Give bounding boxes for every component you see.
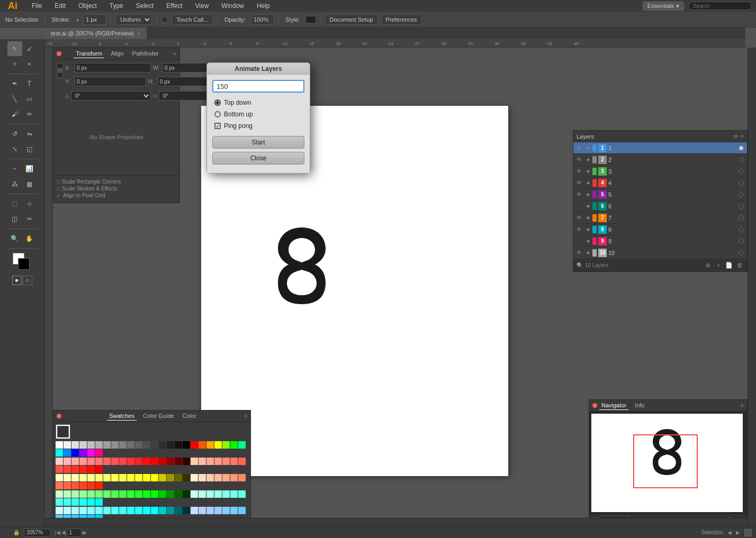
swatch-item-58[interactable] [87,466,95,473]
swatch-item-55[interactable] [64,466,71,473]
swatch-item-50[interactable] [214,458,222,465]
opacity-input[interactable] [251,14,274,25]
type-tool[interactable]: T [22,76,37,91]
swatch-item-60[interactable] [56,474,63,481]
scale-corners-checkbox[interactable]: □ [57,179,60,185]
search-input[interactable] [688,2,752,10]
swatch-item-133[interactable] [159,507,166,514]
rotate-tool[interactable]: ↺ [7,126,22,141]
y-input[interactable] [75,77,146,86]
swatch-item-82[interactable] [230,474,238,481]
swatch-item-2[interactable] [71,441,79,449]
swatch-item-142[interactable] [230,507,238,514]
swatch-item-88[interactable] [87,482,95,489]
swatch-item-43[interactable] [159,458,166,465]
layers-expand-btn[interactable]: ≫ [733,133,739,139]
swatch-item-4[interactable] [87,441,95,449]
swatch-item-93[interactable] [79,490,87,498]
slice-tool[interactable]: ⊹ [22,196,37,211]
swatch-item-24[interactable] [56,449,63,457]
swatch-item-39[interactable] [127,458,134,465]
swatch-black[interactable] [57,426,69,437]
swatch-item-11[interactable] [143,441,150,449]
rotation-select[interactable]: 0° [71,91,151,101]
swatch-item-42[interactable] [151,458,158,465]
swatch-item-21[interactable] [222,441,230,449]
menu-select[interactable]: Select [134,1,156,11]
preferences-button[interactable]: Preferences [381,14,422,25]
eraser-tool[interactable]: ◫ [7,212,22,226]
tab-test-ai[interactable]: test.ai @ 2057% (RGB/Preview) × [44,28,147,39]
swatch-item-122[interactable] [71,507,79,514]
swatch-item-128[interactable] [119,507,127,514]
swatch-item-30[interactable] [56,458,63,465]
swatch-item-49[interactable] [206,458,214,465]
tab-navigator[interactable]: Navigator [599,401,628,410]
navigator-menu-btn[interactable]: ≡ [741,403,744,408]
swatch-item-44[interactable] [167,458,174,465]
swatch-item-131[interactable] [143,507,150,514]
swatch-item-80[interactable] [214,474,222,481]
menu-edit[interactable]: Edit [52,1,68,11]
rect-tool[interactable]: ▭ [22,92,37,106]
layer-arrow-1[interactable]: ▶ [585,145,592,150]
menu-object[interactable]: Object [76,1,99,11]
swatch-item-105[interactable] [175,490,182,498]
swatch-item-101[interactable] [143,490,150,498]
swatch-item-38[interactable] [119,458,127,465]
layer-row-7[interactable]: 👁▶77 [573,212,747,224]
swatch-item-40[interactable] [135,458,142,465]
style-swatch[interactable] [305,16,316,23]
swatch-item-107[interactable] [191,490,198,498]
swatch-item-18[interactable] [199,441,206,449]
status-nav-next[interactable]: ▶ [736,530,740,535]
swatch-item-95[interactable] [95,490,103,498]
delete-layer-btn[interactable]: 🗑 [735,261,744,269]
essentials-button[interactable]: Essentials ▾ [643,2,684,11]
scissors-tool[interactable]: ✂ [22,212,37,226]
swatch-item-113[interactable] [238,490,246,498]
tab-info[interactable]: Info [633,401,646,410]
layer-eye-8[interactable]: 👁 [573,226,585,232]
swatch-item-68[interactable] [119,474,127,481]
scrollbar-horizontal[interactable] [44,518,748,526]
swatch-item-75[interactable] [175,474,182,481]
swatch-item-79[interactable] [206,474,214,481]
scale-strokes-checkbox[interactable]: □ [57,186,60,192]
radio-top-down[interactable] [214,99,221,106]
swatch-item-27[interactable] [79,449,87,457]
swatch-item-20[interactable] [214,441,222,449]
swatch-item-9[interactable] [127,441,134,449]
swatch-item-81[interactable] [222,474,230,481]
swatch-item-65[interactable] [95,474,103,481]
swatch-item-35[interactable] [95,458,103,465]
swatch-item-140[interactable] [214,507,222,514]
swatch-item-100[interactable] [135,490,142,498]
swatch-item-16[interactable] [183,441,190,449]
scale-tool[interactable]: ⤡ [7,142,22,157]
swatch-item-12[interactable] [151,441,158,449]
swatch-item-97[interactable] [111,490,119,498]
swatch-item-117[interactable] [79,498,87,506]
layer-vis-7[interactable] [735,215,747,221]
swatch-item-119[interactable] [95,498,103,506]
swatch-item-109[interactable] [206,490,214,498]
layer-vis-9[interactable] [735,239,747,244]
swatch-item-129[interactable] [127,507,134,514]
new-layer-btn[interactable]: 📄 [725,261,733,269]
document-setup-button[interactable]: Document Setup [325,14,378,25]
swatch-item-77[interactable] [191,474,198,481]
transform-grid-icon[interactable]: ⊞ [57,63,63,78]
swatch-item-29[interactable] [95,449,103,457]
layer-eye-3[interactable]: 👁 [573,168,585,174]
status-nav-prev[interactable]: ◀ [727,530,732,535]
swatch-item-73[interactable] [159,474,166,481]
swatch-item-78[interactable] [199,474,206,481]
swatch-item-15[interactable] [175,441,182,449]
warp-tool[interactable]: ~ [7,161,22,176]
swatch-item-141[interactable] [222,507,230,514]
stroke-input[interactable] [83,14,106,25]
layer-arrow-8[interactable]: ▶ [585,227,592,232]
swatch-item-91[interactable] [64,490,71,498]
swatch-item-86[interactable] [71,482,79,489]
